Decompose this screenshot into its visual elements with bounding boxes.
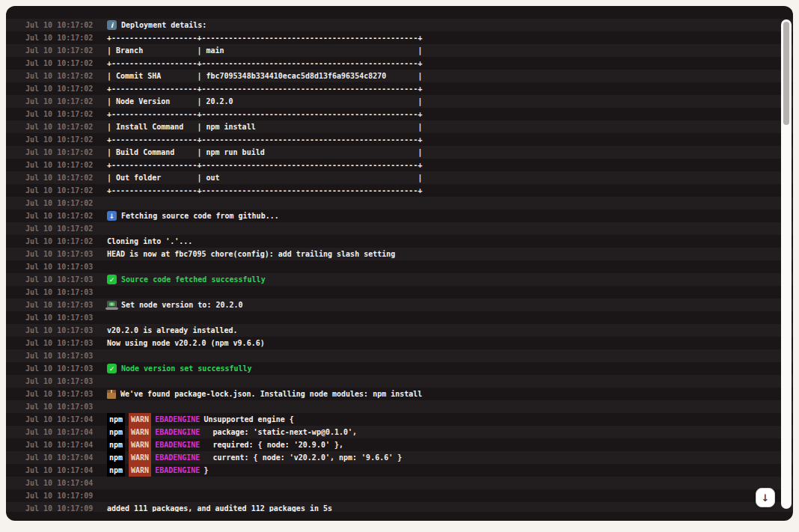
log-line: Jul 10 10:17:04npmWARNEBADENGINE require… [6,438,793,451]
log-line: Jul 10 10:17:03HEAD is now at fbc7095 ch… [6,248,793,260]
log-message: Set node version to: 20.2.0 [107,299,243,311]
down-arrow-icon: ↓ [762,492,770,504]
log-line: Jul 10 10:17:03We've found package-lock.… [6,388,793,400]
log-timestamp: Jul 10 10:17:02 [25,108,94,120]
warn-badge: WARN [129,413,151,426]
log-message: | Build Command | npm run build | [107,146,422,159]
log-line: Jul 10 10:17:02Cloning into '.'... [6,235,793,248]
log-message: npmWARNEBADENGINE} [107,464,208,477]
down-icon [107,211,117,221]
log-line: Jul 10 10:17:04 [6,477,793,489]
log-timestamp: Jul 10 10:17:02 [25,197,94,210]
log-message: Fetching source code from github... [107,210,279,222]
log-message: +-------------------+-------------------… [107,159,422,171]
log-line: Jul 10 10:17:02Deployment details: [6,19,793,31]
log-message: npmWARNEBADENGINEUnsupported engine { [107,413,294,426]
log-message: Deployment details: [107,19,206,31]
log-message: | Node Version | 20.2.0 | [107,95,422,108]
log-message: Node version set successfully [107,362,252,375]
scroll-to-bottom-button[interactable]: ↓ [756,488,775,507]
log-line: Jul 10 10:17:02+-------------------+----… [6,82,793,95]
log-timestamp: Jul 10 10:17:03 [25,311,94,324]
error-code: EBADENGINE [155,464,200,477]
log-timestamp: Jul 10 10:17:04 [25,451,94,464]
log-message: | Commit SHA | fbc7095348b334410ecac5d8d… [107,70,422,82]
log-timestamp: Jul 10 10:17:03 [25,349,94,362]
log-message: +-------------------+-------------------… [107,82,422,95]
log-line: Jul 10 10:17:02+-------------------+----… [6,133,793,146]
log-timestamp: Jul 10 10:17:02 [25,133,94,146]
log-message: +-------------------+-------------------… [107,133,422,146]
log-line: Jul 10 10:17:02| Branch | main | [6,44,793,57]
log-line: Jul 10 10:17:03Source code fetched succe… [6,273,793,286]
log-message: +-------------------+-------------------… [107,31,422,44]
error-code: EBADENGINE [155,426,200,438]
npm-badge: npm [107,451,125,464]
log-line: Jul 10 10:17:03 [6,349,793,362]
info-icon [107,20,117,30]
log-scrollbar[interactable] [781,19,792,509]
warn-badge: WARN [129,451,151,464]
log-line: Jul 10 10:17:02+-------------------+----… [6,31,793,44]
log-timestamp: Jul 10 10:17:02 [25,222,94,235]
log-line: Jul 10 10:17:04npmWARNEBADENGINE current… [6,451,793,464]
log-line: Jul 10 10:17:04npmWARNEBADENGINE} [6,464,793,477]
warn-badge: WARN [129,438,151,451]
log-timestamp: Jul 10 10:17:02 [25,70,94,82]
log-scrollbar-thumb[interactable] [783,22,789,125]
log-message: | Out folder | out | [107,171,422,184]
log-line: Jul 10 10:17:03Set node version to: 20.2… [6,299,793,311]
log-timestamp: Jul 10 10:17:02 [25,95,94,108]
log-message: npmWARNEBADENGINE required: { node: '20.… [107,438,343,451]
log-timestamp: Jul 10 10:17:02 [25,31,94,44]
log-line: Jul 10 10:17:03Now using node v20.2.0 (n… [6,337,793,349]
log-line: Jul 10 10:17:02| Build Command | npm run… [6,146,793,159]
check-icon [107,364,117,373]
log-message: | Branch | main | [107,44,422,57]
log-line: Jul 10 10:17:02 [6,222,793,235]
log-line: Jul 10 10:17:02+-------------------+----… [6,57,793,70]
error-code: EBADENGINE [155,413,200,426]
log-timestamp: Jul 10 10:17:04 [25,426,94,438]
log-timestamp: Jul 10 10:17:03 [25,362,94,375]
warn-badge: WARN [129,426,151,438]
error-code: EBADENGINE [155,438,200,451]
log-timestamp: Jul 10 10:17:03 [25,248,94,260]
log-line: Jul 10 10:17:03 [6,400,793,413]
log-timestamp: Jul 10 10:17:04 [25,438,94,451]
log-message: +-------------------+-------------------… [107,57,422,70]
log-message: npmWARNEBADENGINE package: 'static-next-… [107,426,357,438]
log-line: Jul 10 10:17:02Fetching source code from… [6,210,793,222]
log-lines[interactable]: Jul 10 10:17:02Deployment details:Jul 10… [6,19,793,512]
npm-badge: npm [107,464,125,477]
log-timestamp: Jul 10 10:17:03 [25,286,94,299]
log-timestamp: Jul 10 10:17:02 [25,120,94,133]
log-line: Jul 10 10:17:04npmWARNEBADENGINEUnsuppor… [6,413,793,426]
error-code: EBADENGINE [155,451,200,464]
log-line: Jul 10 10:17:03 [6,260,793,273]
log-line: Jul 10 10:17:09added 111 packages, and a… [6,502,793,512]
log-timestamp: Jul 10 10:17:03 [25,260,94,273]
log-line: Jul 10 10:17:02 [6,197,793,210]
log-timestamp: Jul 10 10:17:03 [25,388,94,400]
log-message: npmWARNEBADENGINE current: { node: 'v20.… [107,451,402,464]
log-timestamp: Jul 10 10:17:02 [25,235,94,248]
npm-badge: npm [107,426,125,438]
log-line: Jul 10 10:17:02+-------------------+----… [6,108,793,120]
log-line: Jul 10 10:17:03Node version set successf… [6,362,793,375]
log-timestamp: Jul 10 10:17:02 [25,82,94,95]
warn-badge: WARN [129,464,151,477]
log-line: Jul 10 10:17:02+-------------------+----… [6,159,793,171]
log-line: Jul 10 10:17:02+-------------------+----… [6,184,793,197]
log-timestamp: Jul 10 10:17:03 [25,375,94,388]
log-timestamp: Jul 10 10:17:02 [25,159,94,171]
log-timestamp: Jul 10 10:17:02 [25,210,94,222]
log-message: HEAD is now at fbc7095 chore(config): ad… [107,248,395,260]
log-message: | Install Command | npm install | [107,120,422,133]
npm-badge: npm [107,413,125,426]
log-timestamp: Jul 10 10:17:09 [25,502,94,512]
log-timestamp: Jul 10 10:17:04 [25,413,94,426]
log-message: +-------------------+-------------------… [107,108,422,120]
log-message: +-------------------+-------------------… [107,184,422,197]
log-message: Cloning into '.'... [107,235,192,248]
